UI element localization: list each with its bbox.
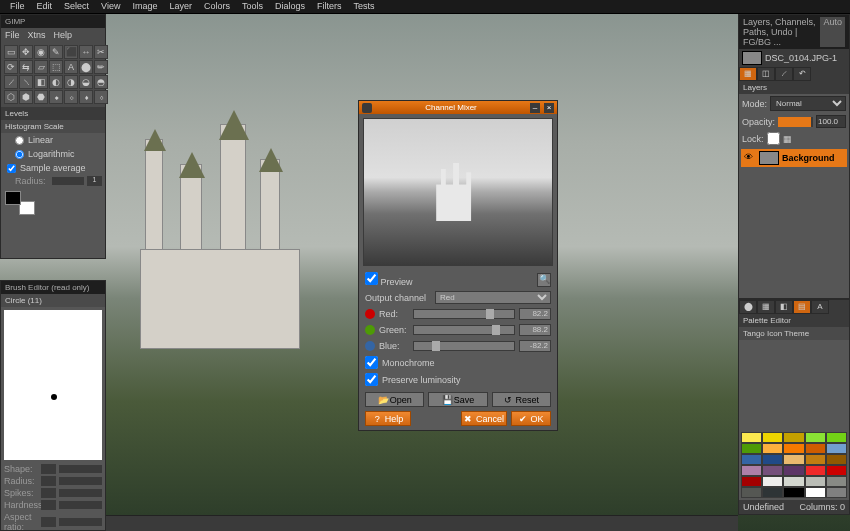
menu-edit[interactable]: Edit bbox=[31, 0, 59, 13]
tool-9[interactable]: ▱ bbox=[34, 60, 48, 74]
lock-alpha-check[interactable] bbox=[767, 132, 780, 145]
sample-average-check[interactable]: Sample average bbox=[1, 161, 105, 175]
tool-26[interactable]: ⬧ bbox=[79, 90, 93, 104]
menu-tools[interactable]: Tools bbox=[236, 0, 269, 13]
channel-value-1[interactable]: 88.2 bbox=[519, 324, 551, 336]
hist-log-radio[interactable]: Logarithmic bbox=[1, 147, 105, 161]
layer-row-background[interactable]: 👁 Background bbox=[741, 149, 847, 167]
swatch-29[interactable] bbox=[826, 487, 847, 498]
swatch-23[interactable] bbox=[805, 476, 826, 487]
auto-button[interactable]: Auto bbox=[820, 17, 845, 47]
minimize-button[interactable]: – bbox=[530, 103, 540, 113]
tab-layers[interactable]: ▦ bbox=[739, 67, 757, 81]
brush-param-slider-4[interactable] bbox=[59, 518, 102, 526]
tool-17[interactable]: ◐ bbox=[49, 75, 63, 89]
menu-colors[interactable]: Colors bbox=[198, 0, 236, 13]
close-button[interactable]: × bbox=[544, 103, 554, 113]
swatch-2[interactable] bbox=[783, 432, 804, 443]
menu-filters[interactable]: Filters bbox=[311, 0, 348, 13]
tbmenu-xtns[interactable]: Xtns bbox=[28, 30, 46, 40]
menu-layer[interactable]: Layer bbox=[163, 0, 198, 13]
swatch-11[interactable] bbox=[762, 454, 783, 465]
tool-18[interactable]: ◑ bbox=[64, 75, 78, 89]
tab-undo[interactable]: ↶ bbox=[793, 67, 811, 81]
tool-12[interactable]: ⬤ bbox=[79, 60, 93, 74]
menu-select[interactable]: Select bbox=[58, 0, 95, 13]
help-button[interactable]: ?Help bbox=[365, 411, 411, 426]
tool-5[interactable]: ↔ bbox=[79, 45, 93, 59]
swatch-1[interactable] bbox=[762, 432, 783, 443]
swatch-8[interactable] bbox=[805, 443, 826, 454]
tool-15[interactable]: ⟍ bbox=[19, 75, 33, 89]
swatch-21[interactable] bbox=[762, 476, 783, 487]
dialog-titlebar[interactable]: Channel Mixer – × bbox=[359, 101, 557, 114]
tool-10[interactable]: ⬚ bbox=[49, 60, 63, 74]
zoom-icon[interactable]: 🔍 bbox=[537, 273, 551, 287]
swatch-13[interactable] bbox=[805, 454, 826, 465]
radius-value[interactable]: 1 bbox=[87, 176, 102, 186]
swatch-16[interactable] bbox=[762, 465, 783, 476]
tool-2[interactable]: ◉ bbox=[34, 45, 48, 59]
tool-14[interactable]: ⟋ bbox=[4, 75, 18, 89]
tool-13[interactable]: ✏ bbox=[94, 60, 108, 74]
tab-fonts[interactable]: A bbox=[811, 300, 829, 314]
swatch-18[interactable] bbox=[805, 465, 826, 476]
tbmenu-help[interactable]: Help bbox=[54, 30, 73, 40]
brush-param-slider-0[interactable] bbox=[59, 465, 102, 473]
fg-bg-swatch[interactable] bbox=[5, 191, 35, 215]
channel-slider-0[interactable] bbox=[413, 309, 515, 319]
swatch-15[interactable] bbox=[741, 465, 762, 476]
tbmenu-file[interactable]: File bbox=[5, 30, 20, 40]
swatch-20[interactable] bbox=[741, 476, 762, 487]
tool-24[interactable]: ⬥ bbox=[49, 90, 63, 104]
tab-gradients[interactable]: ◧ bbox=[775, 300, 793, 314]
menu-file[interactable]: File bbox=[4, 0, 31, 13]
opacity-slider[interactable] bbox=[778, 117, 813, 127]
tab-brushes[interactable]: ⬤ bbox=[739, 300, 757, 314]
swatch-28[interactable] bbox=[805, 487, 826, 498]
swatch-22[interactable] bbox=[783, 476, 804, 487]
monochrome-check[interactable]: Monochrome bbox=[359, 354, 557, 371]
menu-dialogs[interactable]: Dialogs bbox=[269, 0, 311, 13]
swatch-9[interactable] bbox=[826, 443, 847, 454]
swatch-27[interactable] bbox=[783, 487, 804, 498]
tab-palettes[interactable]: ▤ bbox=[793, 300, 811, 314]
tool-11[interactable]: A bbox=[64, 60, 78, 74]
reset-button[interactable]: ↺Reset bbox=[492, 392, 551, 407]
swatch-12[interactable] bbox=[783, 454, 804, 465]
tab-paths[interactable]: ⟋ bbox=[775, 67, 793, 81]
ok-button[interactable]: ✔OK bbox=[511, 411, 551, 426]
brush-param-slider-1[interactable] bbox=[59, 477, 102, 485]
channel-value-2[interactable]: -82.2 bbox=[519, 340, 551, 352]
swatch-7[interactable] bbox=[783, 443, 804, 454]
save-button[interactable]: 💾Save bbox=[428, 392, 487, 407]
tool-20[interactable]: ◓ bbox=[94, 75, 108, 89]
tool-21[interactable]: ⬡ bbox=[4, 90, 18, 104]
menu-image[interactable]: Image bbox=[126, 0, 163, 13]
swatch-10[interactable] bbox=[741, 454, 762, 465]
tab-patterns[interactable]: ▦ bbox=[757, 300, 775, 314]
tool-19[interactable]: ◒ bbox=[79, 75, 93, 89]
tool-1[interactable]: ✥ bbox=[19, 45, 33, 59]
menu-tests[interactable]: Tests bbox=[347, 0, 380, 13]
swatch-5[interactable] bbox=[741, 443, 762, 454]
tool-27[interactable]: ⬨ bbox=[94, 90, 108, 104]
channel-slider-1[interactable] bbox=[413, 325, 515, 335]
brush-param-slider-2[interactable] bbox=[59, 489, 102, 497]
preview-check[interactable]: Preview 🔍 bbox=[359, 270, 557, 289]
hist-linear-radio[interactable]: Linear bbox=[1, 133, 105, 147]
output-channel-select[interactable]: Red bbox=[435, 291, 551, 304]
tool-23[interactable]: ⬣ bbox=[34, 90, 48, 104]
swatch-17[interactable] bbox=[783, 465, 804, 476]
tool-0[interactable]: ▭ bbox=[4, 45, 18, 59]
tool-22[interactable]: ⬢ bbox=[19, 90, 33, 104]
radius-slider[interactable] bbox=[52, 177, 84, 185]
swatch-6[interactable] bbox=[762, 443, 783, 454]
swatch-26[interactable] bbox=[762, 487, 783, 498]
tool-3[interactable]: ✎ bbox=[49, 45, 63, 59]
image-selector[interactable]: DSC_0104.JPG-1 bbox=[739, 49, 849, 67]
mode-select[interactable]: Normal bbox=[770, 96, 846, 111]
tool-6[interactable]: ✂ bbox=[94, 45, 108, 59]
tool-25[interactable]: ⬦ bbox=[64, 90, 78, 104]
swatch-24[interactable] bbox=[826, 476, 847, 487]
